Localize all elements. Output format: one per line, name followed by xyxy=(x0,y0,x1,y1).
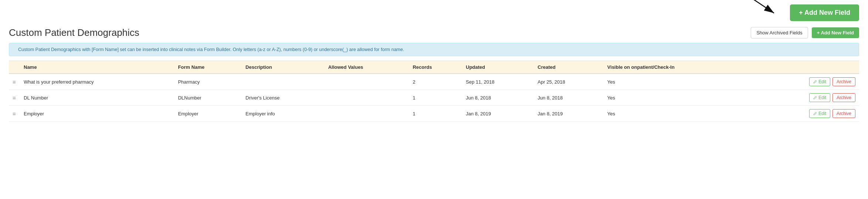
show-archived-button[interactable]: Show Archived Fields xyxy=(751,27,808,38)
page-title: Custom Patient Demographics xyxy=(9,27,139,38)
cell-allowed-values xyxy=(324,74,409,90)
table-header-row: Name Form Name Description Allowed Value… xyxy=(9,61,859,74)
drag-handle-icon[interactable]: ≡ xyxy=(13,79,16,85)
archive-button[interactable]: Archive xyxy=(832,109,855,118)
cell-updated: Sep 11, 2018 xyxy=(462,74,534,90)
col-actions xyxy=(753,61,859,74)
cell-allowed-values xyxy=(324,90,409,106)
cell-records: 1 xyxy=(409,106,462,122)
col-form-name: Form Name xyxy=(174,61,242,74)
pencil-icon xyxy=(813,80,817,84)
info-banner: Custom Patient Demographics with [Form N… xyxy=(9,43,859,56)
cell-created: Jan 8, 2019 xyxy=(534,106,603,122)
cell-name: DL Number xyxy=(20,90,174,106)
arrow-pointer xyxy=(752,0,781,19)
fields-table: Name Form Name Description Allowed Value… xyxy=(9,61,859,122)
cell-visible: Yes xyxy=(603,74,752,90)
add-new-field-small-button[interactable]: + Add New Field xyxy=(812,27,859,38)
cell-actions: Edit Archive xyxy=(753,106,859,122)
col-allowed-values: Allowed Values xyxy=(324,61,409,74)
cell-created: Jun 8, 2018 xyxy=(534,90,603,106)
col-visible: Visible on onpatient/Check-In xyxy=(603,61,752,74)
drag-handle-cell[interactable]: ≡ xyxy=(9,90,20,106)
drag-handle-icon[interactable]: ≡ xyxy=(13,111,16,117)
cell-records: 2 xyxy=(409,74,462,90)
archive-button[interactable]: Archive xyxy=(832,93,855,102)
cell-visible: Yes xyxy=(603,90,752,106)
drag-handle-cell[interactable]: ≡ xyxy=(9,74,20,90)
cell-updated: Jun 8, 2018 xyxy=(462,90,534,106)
cell-name: What is your preferred pharmacy xyxy=(20,74,174,90)
add-new-field-large-button[interactable]: + Add New Field xyxy=(790,4,859,21)
table-row: ≡ What is your preferred pharmacy Pharma… xyxy=(9,74,859,90)
cell-description: Driver's License xyxy=(242,90,324,106)
svg-line-1 xyxy=(752,0,774,13)
header-row: Custom Patient Demographics Show Archive… xyxy=(0,24,868,43)
cell-name: Employer xyxy=(20,106,174,122)
cell-description: Employer info xyxy=(242,106,324,122)
table-row: ≡ DL Number DLNumber Driver's License 1 … xyxy=(9,90,859,106)
cell-updated: Jan 8, 2019 xyxy=(462,106,534,122)
archive-button[interactable]: Archive xyxy=(832,77,855,86)
pencil-icon xyxy=(813,96,817,100)
pencil-icon xyxy=(813,112,817,115)
col-created: Created xyxy=(534,61,603,74)
cell-form-name: Employer xyxy=(174,106,242,122)
cell-actions: Edit Archive xyxy=(753,74,859,90)
cell-visible: Yes xyxy=(603,106,752,122)
edit-button[interactable]: Edit xyxy=(809,77,830,86)
cell-form-name: DLNumber xyxy=(174,90,242,106)
col-drag xyxy=(9,61,20,74)
table-body: ≡ What is your preferred pharmacy Pharma… xyxy=(9,74,859,122)
col-description: Description xyxy=(242,61,324,74)
cell-form-name: Pharmacy xyxy=(174,74,242,90)
col-updated: Updated xyxy=(462,61,534,74)
cell-created: Apr 25, 2018 xyxy=(534,74,603,90)
top-bar: + Add New Field xyxy=(0,0,868,24)
drag-handle-icon[interactable]: ≡ xyxy=(13,95,16,101)
cell-records: 1 xyxy=(409,90,462,106)
drag-handle-cell[interactable]: ≡ xyxy=(9,106,20,122)
header-actions: Show Archived Fields + Add New Field xyxy=(751,27,859,38)
edit-button[interactable]: Edit xyxy=(809,93,830,102)
cell-allowed-values xyxy=(324,106,409,122)
col-records: Records xyxy=(409,61,462,74)
table-container: Name Form Name Description Allowed Value… xyxy=(0,56,868,126)
table-row: ≡ Employer Employer Employer info 1 Jan … xyxy=(9,106,859,122)
col-name: Name xyxy=(20,61,174,74)
cell-description xyxy=(242,74,324,90)
cell-actions: Edit Archive xyxy=(753,90,859,106)
edit-button[interactable]: Edit xyxy=(809,109,830,118)
